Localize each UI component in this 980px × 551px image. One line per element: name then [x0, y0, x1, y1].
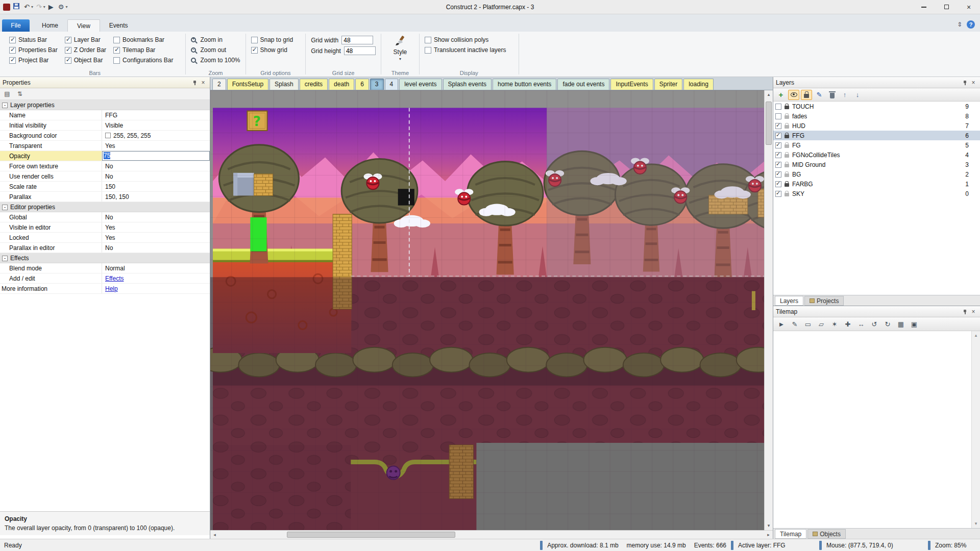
checkbox[interactable] — [65, 37, 71, 43]
property-value[interactable]: 150 — [102, 182, 210, 191]
move-layer-down-button[interactable]: ↓ — [852, 90, 863, 100]
ribbon-checkbox-item[interactable]: Layer Bar — [65, 35, 106, 45]
zoom-in-button[interactable]: Zoom in — [191, 35, 240, 45]
scroll-right-icon[interactable]: ▸ — [764, 532, 773, 537]
close-panel-icon[interactable]: × — [969, 308, 977, 316]
property-row[interactable]: Parallax 150, 150 — [0, 192, 210, 202]
debug-button[interactable]: ⚙ — [57, 3, 66, 11]
property-value[interactable]: Visible — [102, 120, 210, 130]
property-row[interactable]: Use render cells No — [0, 171, 210, 182]
undo-dropdown-icon[interactable]: ▾ — [31, 5, 33, 9]
property-value[interactable]: FFG — [102, 110, 210, 120]
panel-tab[interactable]: Projects — [804, 296, 844, 306]
checkbox[interactable] — [113, 57, 120, 64]
layer-row[interactable]: FFG 6 — [773, 131, 980, 140]
horizontal-scroll-thumb[interactable] — [287, 532, 455, 538]
categorized-view-icon[interactable]: ▤ — [3, 90, 11, 98]
undo-button[interactable]: ↶ — [22, 3, 31, 11]
layer-row[interactable]: FGNoCollideTiles 4 — [773, 150, 980, 160]
property-row[interactable]: Scale rate 150 — [0, 182, 210, 192]
property-row[interactable]: More information Help — [0, 284, 210, 294]
layer-row[interactable]: fades 8 — [773, 111, 980, 121]
canvas-horizontal-scrollbar[interactable]: ◂ ▸ — [210, 530, 773, 539]
canvas-vertical-scrollbar[interactable]: ▴ ▾ — [764, 90, 773, 530]
tilemap-tool-icon[interactable]: ↔ — [856, 320, 866, 328]
layer-visibility-checkbox[interactable] — [775, 133, 781, 139]
close-button[interactable]: × — [958, 0, 980, 14]
scroll-down-icon[interactable]: ▾ — [765, 521, 773, 530]
save-button[interactable] — [12, 3, 21, 11]
grid-height-input[interactable] — [344, 46, 376, 55]
layout-tab[interactable]: fade out events — [557, 79, 609, 90]
layer-visibility-checkbox[interactable] — [775, 181, 781, 187]
property-value[interactable]: Yes — [102, 233, 210, 242]
property-row[interactable]: Layer properties — [0, 100, 210, 110]
tilemap-tool-icon[interactable]: ↻ — [883, 320, 893, 328]
checkbox[interactable] — [113, 47, 120, 54]
property-value[interactable]: Effects — [102, 273, 210, 283]
panel-tab[interactable]: Objects — [807, 529, 846, 539]
property-value[interactable]: 255, 255, 255 — [102, 131, 210, 140]
ribbon-checkbox-item[interactable]: Configurations Bar — [113, 55, 173, 65]
ribbon-checkbox-item[interactable]: Bookmarks Bar — [113, 35, 173, 45]
layout-tab[interactable]: level events — [399, 79, 442, 90]
property-row[interactable]: Initial visibility Visible — [0, 120, 210, 131]
layout-tab[interactable]: 3 — [370, 79, 384, 90]
layer-visibility-checkbox[interactable] — [775, 191, 781, 197]
ribbon-checkbox-item[interactable]: Tilemap Bar — [113, 45, 173, 55]
property-row[interactable]: Opacity 75 — [0, 151, 210, 161]
property-row[interactable]: Transparent Yes — [0, 141, 210, 151]
checkbox[interactable] — [65, 47, 71, 54]
property-value[interactable]: Normal — [102, 263, 210, 273]
scroll-left-icon[interactable]: ◂ — [210, 532, 219, 537]
close-panel-icon[interactable]: × — [199, 79, 207, 87]
checkbox[interactable] — [251, 47, 258, 54]
property-row[interactable]: Force own texture No — [0, 161, 210, 171]
layout-tab[interactable]: 6 — [355, 79, 369, 90]
layer-visibility-checkbox[interactable] — [775, 162, 781, 168]
ribbon-checkbox-item[interactable]: Object Bar — [65, 55, 106, 65]
property-value[interactable]: Help — [102, 284, 210, 293]
pin-icon[interactable] — [191, 79, 199, 87]
ribbon-checkbox-item[interactable]: Project Bar — [9, 55, 58, 65]
ribbon-checkbox-item[interactable]: Properties Bar — [9, 45, 58, 55]
property-value[interactable]: No — [102, 212, 210, 222]
tilemap-tool-icon[interactable]: ▣ — [909, 320, 919, 328]
tilemap-tool-icon[interactable]: ► — [776, 320, 787, 328]
property-value[interactable]: Yes — [102, 222, 210, 232]
layout-tab[interactable]: home button events — [493, 79, 556, 90]
layer-row[interactable]: HUD 7 — [773, 121, 980, 131]
tilemap-tool-icon[interactable]: ✚ — [843, 320, 853, 328]
zoom-100-button[interactable]: Zoom to 100% — [191, 55, 240, 65]
ribbon-checkbox-item[interactable]: Show grid — [251, 45, 293, 55]
layout-tab[interactable]: Spriter — [654, 79, 682, 90]
property-row[interactable]: Add / edit Effects — [0, 273, 210, 284]
layer-row[interactable]: FARBG 1 — [773, 179, 980, 189]
property-value[interactable]: Yes — [102, 141, 210, 151]
layout-tab[interactable]: death — [329, 79, 354, 90]
checkbox[interactable] — [9, 57, 16, 64]
layout-tab[interactable]: 4 — [385, 79, 399, 90]
property-row[interactable]: Name FFG — [0, 110, 210, 120]
layer-row[interactable]: MID Ground 3 — [773, 160, 980, 169]
sort-alpha-icon[interactable]: ⇅ — [16, 90, 24, 98]
ribbon-checkbox-item[interactable]: Show collision polys — [425, 35, 506, 45]
delete-layer-button[interactable] — [826, 90, 838, 100]
tilemap-empty-area[interactable] — [773, 331, 971, 528]
redo-button[interactable]: ↷ — [35, 3, 43, 11]
layout-viewport[interactable]: ? — [210, 90, 773, 530]
checkbox[interactable] — [65, 57, 71, 64]
tilemap-content[interactable]: ▴ ▾ — [773, 331, 980, 528]
tilemap-tool-icon[interactable]: ↺ — [869, 320, 879, 328]
checkbox[interactable] — [113, 37, 120, 43]
add-layer-button[interactable]: + — [775, 90, 787, 100]
property-row[interactable]: Global No — [0, 212, 210, 222]
layout-tab[interactable]: loading — [683, 79, 714, 90]
tilemap-tool-icon[interactable]: ✎ — [790, 320, 800, 328]
ribbon-tab[interactable]: Events — [100, 19, 137, 32]
property-value[interactable]: No — [102, 243, 210, 253]
property-row[interactable]: Visible in editor Yes — [0, 222, 210, 233]
panel-tab[interactable]: Layers — [775, 296, 803, 306]
help-icon[interactable]: ? — [967, 20, 975, 29]
ribbon-tab[interactable]: View — [67, 19, 100, 32]
